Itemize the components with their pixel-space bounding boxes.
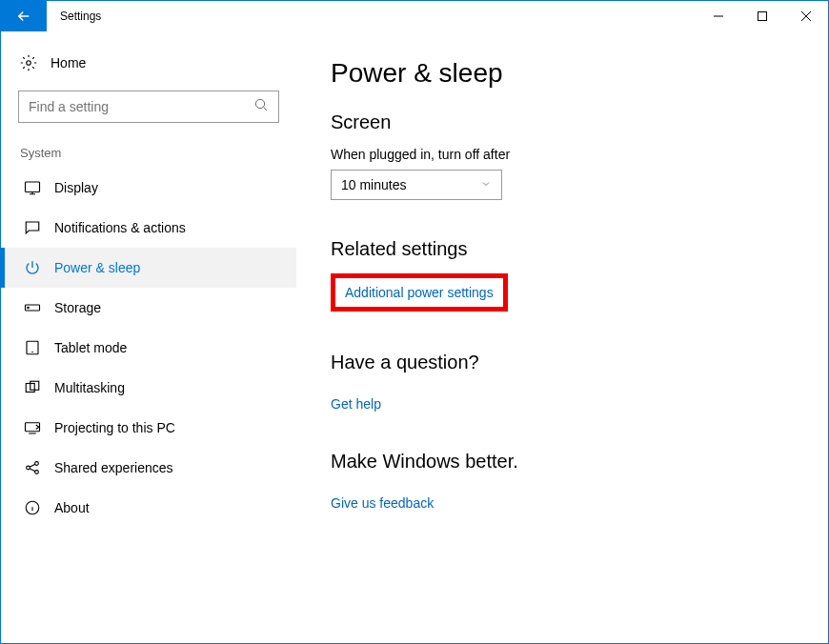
sidebar-item-label: Power & sleep: [54, 260, 140, 275]
notifications-icon: [24, 219, 41, 236]
tablet-icon: [24, 339, 41, 356]
search-icon: [253, 97, 269, 116]
home-button[interactable]: Home: [1, 45, 296, 81]
search-box[interactable]: [18, 91, 279, 123]
give-feedback-link[interactable]: Give us feedback: [331, 495, 434, 511]
projecting-icon: [24, 419, 41, 436]
storage-icon: [24, 299, 41, 316]
minimize-button[interactable]: [697, 1, 740, 31]
gear-icon: [20, 54, 37, 71]
svg-point-1: [27, 61, 31, 66]
dropdown-value: 10 minutes: [341, 177, 406, 192]
power-icon: [24, 259, 41, 276]
screen-field-label: When plugged in, turn off after: [331, 147, 799, 162]
main-panel: Power & sleep Screen When plugged in, tu…: [296, 31, 828, 643]
svg-point-12: [35, 471, 39, 474]
question-block: Have a question? Get help: [331, 352, 799, 413]
close-button[interactable]: [784, 1, 828, 31]
sidebar-item-display[interactable]: Display: [1, 168, 296, 208]
question-heading: Have a question?: [331, 352, 799, 373]
titlebar: Settings: [1, 1, 828, 31]
minimize-icon: [714, 11, 723, 21]
window-title: Settings: [47, 1, 101, 31]
sidebar-item-about[interactable]: About: [1, 488, 296, 528]
back-button[interactable]: [1, 1, 47, 31]
nav-list: Display Notifications & actions Power & …: [1, 168, 296, 528]
get-help-link[interactable]: Get help: [331, 396, 381, 412]
multitasking-icon: [24, 379, 41, 396]
sidebar-item-shared-experiences[interactable]: Shared experiences: [1, 448, 296, 488]
maximize-button[interactable]: [740, 1, 784, 31]
page-title: Power & sleep: [331, 58, 799, 89]
related-settings-heading: Related settings: [331, 238, 799, 260]
sidebar-item-label: Display: [54, 180, 98, 195]
sidebar-item-label: Projecting to this PC: [54, 420, 175, 435]
section-label: System: [1, 123, 296, 168]
sidebar: Home System Display: [1, 31, 296, 643]
sidebar-item-label: Tablet mode: [54, 340, 127, 355]
screen-timeout-dropdown[interactable]: 10 minutes: [331, 170, 502, 200]
chevron-down-icon: [480, 177, 492, 192]
close-icon: [801, 11, 811, 21]
svg-point-5: [28, 307, 30, 309]
content-area: Home System Display: [1, 31, 828, 643]
sidebar-item-label: About: [54, 500, 90, 515]
highlight-box: Additional power settings: [331, 273, 508, 312]
maximize-icon: [758, 11, 767, 21]
sidebar-item-label: Storage: [54, 300, 101, 315]
settings-window: Settings Home: [0, 0, 829, 644]
display-icon: [24, 179, 41, 196]
sidebar-item-power-sleep[interactable]: Power & sleep: [1, 248, 296, 288]
sidebar-item-tablet-mode[interactable]: Tablet mode: [1, 328, 296, 368]
feedback-block: Make Windows better. Give us feedback: [331, 451, 799, 512]
svg-rect-0: [758, 12, 767, 21]
home-label: Home: [51, 55, 86, 70]
window-controls: [697, 1, 828, 31]
better-heading: Make Windows better.: [331, 451, 799, 473]
sidebar-item-notifications[interactable]: Notifications & actions: [1, 208, 296, 248]
sidebar-item-label: Shared experiences: [54, 460, 173, 475]
svg-point-2: [255, 99, 264, 108]
svg-rect-3: [26, 182, 40, 192]
arrow-left-icon: [15, 8, 32, 25]
screen-heading: Screen: [331, 111, 799, 133]
sidebar-item-multitasking[interactable]: Multitasking: [1, 368, 296, 408]
svg-rect-9: [26, 423, 40, 432]
search-input[interactable]: [29, 99, 253, 114]
sidebar-item-label: Multitasking: [54, 380, 125, 395]
svg-point-11: [35, 462, 39, 466]
info-icon: [24, 499, 41, 516]
additional-power-settings-link[interactable]: Additional power settings: [345, 285, 494, 300]
sidebar-item-storage[interactable]: Storage: [1, 288, 296, 328]
sidebar-item-label: Notifications & actions: [54, 220, 186, 235]
shared-icon: [24, 459, 41, 476]
svg-point-10: [27, 466, 30, 470]
sidebar-item-projecting[interactable]: Projecting to this PC: [1, 408, 296, 448]
